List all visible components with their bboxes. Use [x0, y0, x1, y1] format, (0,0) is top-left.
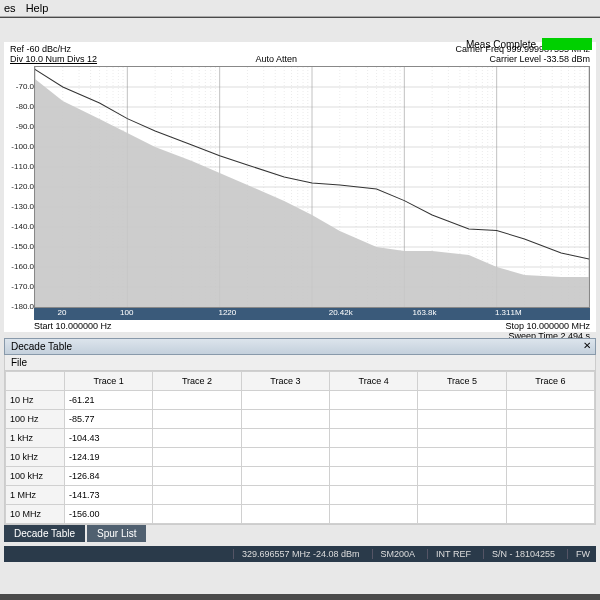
ref-label: Ref -60 dBc/Hz	[10, 44, 97, 54]
decade-table: Trace 1Trace 2Trace 3Trace 4Trace 5Trace…	[5, 371, 595, 524]
main-content: Meas Complete Ref -60 dBc/Hz Div 10.0 Nu…	[0, 18, 600, 594]
status-sn: S/N - 18104255	[483, 549, 555, 559]
carrier-level-label: Carrier Level -33.58 dBm	[455, 54, 590, 64]
decade-table-wrap: Trace 1Trace 2Trace 3Trace 4Trace 5Trace…	[4, 371, 596, 525]
menu-item[interactable]: es	[4, 2, 16, 14]
decade-table-title: Decade Table	[11, 341, 72, 352]
phase-noise-plot[interactable]	[34, 66, 590, 308]
decade-table-titlebar: Decade Table ✕	[4, 338, 596, 355]
statusbar: 329.696557 MHz -24.08 dBm SM200A INT REF…	[4, 546, 596, 562]
chart-area: Ref -60 dBc/Hz Div 10.0 Num Divs 12 Auto…	[4, 42, 596, 332]
tab-spur-list[interactable]: Spur List	[87, 525, 146, 542]
menu-item-help[interactable]: Help	[26, 2, 49, 14]
stop-freq-label: Stop 10.000000 MHz	[505, 321, 590, 331]
status-fw: FW	[567, 549, 590, 559]
meas-complete-label: Meas Complete	[466, 39, 536, 50]
status-freq: 329.696557 MHz -24.08 dBm	[233, 549, 360, 559]
menubar: es Help	[0, 0, 600, 17]
tab-decade-table[interactable]: Decade Table	[4, 525, 85, 542]
y-axis-labels: -70.0-80.0-90.0-100.0-110.0-120.0-130.0-…	[8, 66, 36, 306]
meas-status: Meas Complete	[466, 38, 592, 50]
x-axis-strip: 20100122020.42k163.8k1.311M	[34, 308, 590, 320]
bottom-tabs: Decade Table Spur List	[4, 525, 596, 542]
div-label: Div 10.0 Num Divs 12	[10, 54, 97, 64]
close-icon[interactable]: ✕	[583, 340, 591, 351]
atten-label: Auto Atten	[97, 54, 455, 64]
status-indicator-icon	[542, 38, 592, 50]
decade-table-menubar: File	[4, 355, 596, 371]
status-model: SM200A	[372, 549, 416, 559]
file-menu[interactable]: File	[11, 357, 27, 368]
status-ref: INT REF	[427, 549, 471, 559]
